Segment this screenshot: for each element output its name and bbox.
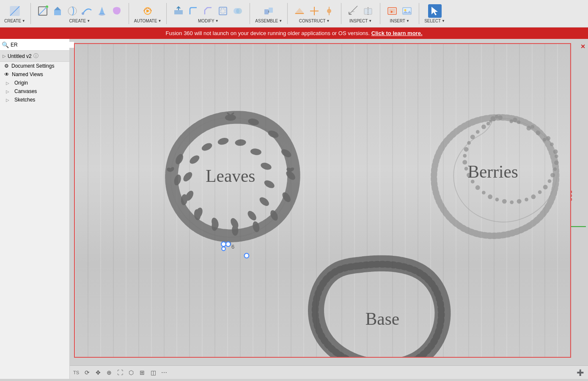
section-analysis-icon[interactable]	[361, 4, 375, 18]
sidebar-item-sketches[interactable]: ▷ Sketches	[0, 96, 69, 104]
edit-point-2	[226, 242, 231, 247]
svg-point-90	[531, 195, 536, 199]
new-sketch-icon[interactable]: +	[36, 4, 49, 18]
sidebar-canvases-label: Canvases	[14, 88, 37, 94]
settings-icon: ⚙	[4, 63, 9, 69]
main-area: 🔍 ✕ ▸ ▷ Untitled v2 ⓘ ⚙ Document Setting…	[0, 39, 588, 379]
svg-point-72	[498, 115, 503, 120]
svg-rect-17	[221, 9, 225, 13]
create-group: + CREATE ▼	[33, 1, 126, 26]
freeform-icon[interactable]	[110, 4, 124, 18]
sidebar: 🔍 ✕ ▸ ▷ Untitled v2 ⓘ ⚙ Document Setting…	[0, 39, 70, 379]
insert-canvas-icon[interactable]	[385, 4, 399, 18]
svg-point-107	[476, 130, 480, 134]
sidebar-origin-label: Origin	[14, 80, 28, 86]
shell-icon[interactable]	[216, 4, 230, 18]
sep2	[129, 3, 129, 24]
base-label: Base	[365, 309, 399, 329]
construct-label[interactable]: CONSTRUCT ▼	[299, 19, 330, 23]
search-icon: 🔍	[2, 41, 9, 48]
sidebar-item-origin[interactable]: ▷ Origin	[0, 79, 69, 87]
svg-point-27	[327, 9, 331, 13]
svg-point-89	[538, 190, 542, 194]
svg-point-73	[509, 119, 513, 123]
combine-icon[interactable]	[231, 4, 245, 18]
select-group: SELECT ▼	[422, 1, 448, 26]
construct-axis-icon[interactable]	[308, 4, 321, 18]
svg-point-87	[548, 179, 552, 183]
svg-line-3	[38, 7, 47, 15]
svg-point-92	[517, 199, 522, 204]
notification-bar: Fusion 360 will not launch on your devic…	[0, 27, 588, 39]
svg-marker-40	[431, 7, 438, 15]
create-label[interactable]: CREATE ▼	[69, 19, 90, 23]
wreaths-svg: Leaves 6	[75, 44, 570, 357]
svg-text:↔: ↔	[352, 10, 355, 14]
sidebar-item-doc-settings[interactable]: ⚙ Document Settings	[0, 62, 69, 70]
revolve-icon[interactable]	[66, 4, 79, 18]
search-input[interactable]	[11, 42, 74, 48]
canvas-viewport[interactable]: Leaves 6	[74, 43, 571, 358]
pan-button[interactable]: ✥	[93, 368, 103, 377]
svg-point-57	[217, 137, 229, 145]
sketch-icon[interactable]	[8, 4, 22, 18]
edit-point-label: 6	[231, 244, 234, 250]
construct-group: CONSTRUCT ▼	[290, 1, 338, 26]
add-bottom-button[interactable]: ➕	[575, 368, 585, 377]
named-views-icon: 👁	[4, 71, 9, 77]
svg-point-71	[495, 115, 499, 119]
zoom-button[interactable]: ⊕	[104, 368, 114, 377]
fit-button[interactable]: ⛶	[115, 368, 125, 377]
chamfer-icon[interactable]	[201, 4, 215, 18]
sep3	[166, 3, 167, 24]
sep5	[287, 3, 288, 24]
doc-title-row[interactable]: ▷ Untitled v2 ⓘ	[0, 51, 69, 62]
modify-label[interactable]: MODIFY ▼	[198, 19, 219, 23]
view-cube-button[interactable]: ⬡	[126, 368, 136, 377]
sidebar-search-bar: 🔍 ✕ ▸	[0, 39, 69, 51]
fillet-icon[interactable]	[187, 4, 200, 18]
close-button[interactable]: ✕	[580, 43, 585, 50]
construct-point-icon[interactable]	[322, 4, 336, 18]
svg-rect-16	[219, 7, 227, 15]
svg-point-9	[82, 12, 84, 15]
design-label[interactable]: CREATE ▼	[4, 19, 25, 23]
construct-plane-icon[interactable]	[293, 4, 306, 18]
notification-link[interactable]: Click to learn more.	[371, 30, 423, 36]
svg-rect-37	[389, 9, 395, 13]
press-pull-icon[interactable]	[172, 4, 185, 18]
doc-info-icon[interactable]: ⓘ	[33, 52, 38, 60]
assemble-new-icon[interactable]	[262, 4, 275, 18]
display-button[interactable]: ◫	[148, 368, 158, 377]
svg-point-14	[147, 10, 148, 12]
assemble-label[interactable]: ASSEMBLE ▼	[255, 19, 282, 23]
sidebar-item-canvases[interactable]: ▷ Canvases	[0, 87, 69, 96]
sidebar-item-named-views[interactable]: 👁 Named Views	[0, 70, 69, 79]
loft-icon[interactable]	[95, 4, 109, 18]
inspect-group: ↔ INSPECT ▼	[344, 1, 377, 26]
orbit-button[interactable]: ⟳	[82, 368, 92, 377]
bottom-tools: ⟳ ✥ ⊕ ⛶ ⬡ ⊞ ◫ ⋯	[82, 368, 169, 377]
automate-icon[interactable]	[141, 4, 154, 18]
sweep-icon[interactable]	[80, 4, 94, 18]
select-icon[interactable]	[428, 4, 442, 18]
more-button[interactable]: ⋯	[159, 368, 169, 377]
insert-image-icon[interactable]	[400, 4, 414, 18]
automate-group: AUTOMATE ▼	[132, 1, 164, 26]
svg-point-63	[246, 209, 258, 222]
select-label[interactable]: SELECT ▼	[424, 19, 445, 23]
svg-point-58	[235, 139, 246, 146]
svg-point-86	[550, 173, 555, 178]
measure-icon[interactable]: ↔	[346, 4, 360, 18]
extrude-icon[interactable]	[51, 4, 64, 18]
grid-button[interactable]: ⊞	[137, 368, 147, 377]
automate-label[interactable]: AUTOMATE ▼	[134, 19, 162, 23]
tree-arrow-origin: ▷	[6, 81, 9, 85]
insert-label[interactable]: INSERT ▼	[390, 19, 409, 23]
svg-marker-23	[295, 8, 304, 14]
sep7	[380, 3, 380, 24]
inspect-label[interactable]: INSPECT ▼	[349, 19, 372, 23]
canvas-area[interactable]: ✕ TOP	[70, 39, 588, 379]
insert-group: INSERT ▼	[383, 1, 416, 26]
sep4	[250, 3, 250, 24]
